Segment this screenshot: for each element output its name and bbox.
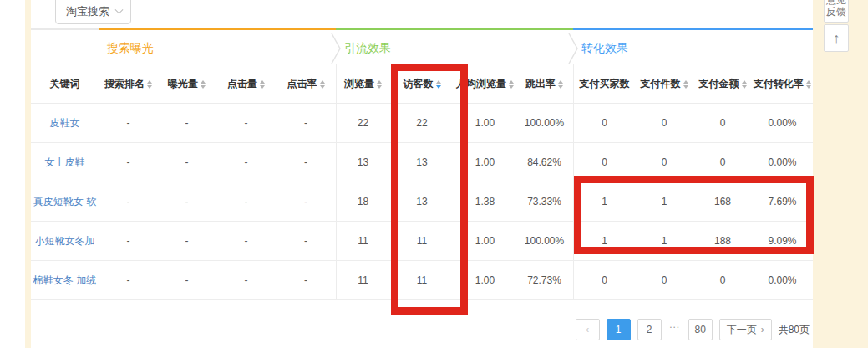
cell: - xyxy=(216,261,276,299)
chevron-right-icon: › xyxy=(761,324,764,335)
cell: - xyxy=(276,104,336,142)
column-header-5[interactable]: 浏览量 xyxy=(336,64,389,103)
cell: 73.33% xyxy=(515,182,573,221)
column-header-label: 关键词 xyxy=(50,77,80,91)
toolbar: 淘宝搜索 xyxy=(31,0,813,28)
chevron-left-icon: ‹ xyxy=(586,324,589,335)
column-group-conversion-effect: 转化效果 xyxy=(573,28,813,64)
pagination: ‹ 12...80 下一页 › 共80页 xyxy=(576,319,810,340)
sort-icon xyxy=(806,80,811,89)
cell: 0 xyxy=(635,261,693,299)
sort-icon xyxy=(260,80,265,89)
next-page-button[interactable]: 下一页 › xyxy=(719,319,772,340)
cell: 72.73% xyxy=(515,261,573,299)
sort-icon xyxy=(320,80,325,89)
column-header-label: 搜索排名 xyxy=(104,77,145,91)
cell: - xyxy=(276,143,336,182)
cell: 0 xyxy=(635,104,693,142)
column-header-label: 支付件数 xyxy=(641,77,681,91)
cell: 0.00% xyxy=(752,261,813,299)
keyword-link[interactable]: 棉鞋女冬 加绒 xyxy=(31,261,99,299)
channel-dropdown-label: 淘宝搜索 xyxy=(66,4,109,19)
cell: - xyxy=(157,182,216,221)
feedback-button-label: 意见反馈 xyxy=(825,0,847,18)
column-header-11[interactable]: 支付金额 xyxy=(693,64,752,103)
column-header-10[interactable]: 支付件数 xyxy=(635,64,693,103)
keyword-link[interactable]: 女士皮鞋 xyxy=(31,143,99,182)
cell: - xyxy=(276,222,336,260)
column-header-label: 浏览量 xyxy=(344,77,374,91)
cell: - xyxy=(216,104,276,142)
page-button-1[interactable]: 1 xyxy=(607,319,631,340)
column-header-8[interactable]: 跳出率 xyxy=(515,64,573,103)
chevron-down-icon xyxy=(115,5,124,13)
cell: 100.00% xyxy=(515,104,573,142)
cell: - xyxy=(216,222,276,260)
keyword-link[interactable]: 小短靴女冬加 xyxy=(31,222,99,260)
annotation-highlight-box-conversion-rows xyxy=(574,176,814,254)
cell: - xyxy=(157,222,216,260)
column-header-label: 点击率 xyxy=(287,77,317,91)
page-gutter-left xyxy=(25,0,31,348)
cell: 22 xyxy=(336,104,389,142)
channel-dropdown[interactable]: 淘宝搜索 xyxy=(55,0,131,24)
column-header-0: 关键词 xyxy=(31,64,99,103)
cell: 18 xyxy=(336,182,389,221)
column-header-3[interactable]: 点击量 xyxy=(216,64,276,103)
cell: 0 xyxy=(573,261,635,299)
column-group-search-exposure: 搜索曝光 xyxy=(99,28,336,64)
column-header-label: 跳出率 xyxy=(525,77,556,91)
next-page-label: 下一页 xyxy=(727,323,757,337)
sort-icon xyxy=(683,80,688,89)
group-separator-icon xyxy=(568,33,578,64)
page-button-80[interactable]: 80 xyxy=(688,319,713,340)
sort-icon xyxy=(147,80,152,89)
total-pages-label: 共80页 xyxy=(779,323,810,337)
column-header-9: 支付买家数 xyxy=(573,64,635,103)
cell: 84.62% xyxy=(515,143,573,182)
column-group-spacer xyxy=(31,28,99,64)
column-group-label: 引流效果 xyxy=(344,41,391,54)
column-header-label: 支付金额 xyxy=(699,77,739,91)
column-header-label: 点击量 xyxy=(227,77,257,91)
sort-icon xyxy=(509,80,514,89)
cell: - xyxy=(99,222,157,260)
page-button-list: 12...80 xyxy=(607,319,713,340)
back-to-top-button[interactable]: ↑ xyxy=(824,24,849,52)
cell: - xyxy=(276,182,336,221)
cell: - xyxy=(99,143,157,182)
column-header-4[interactable]: 点击率 xyxy=(276,64,336,103)
cell: - xyxy=(99,261,157,299)
page-gutter-right xyxy=(813,0,868,348)
keyword-link[interactable]: 真皮短靴女 软 xyxy=(31,182,99,221)
cell: 100.00% xyxy=(515,222,573,260)
column-header-label: 曝光量 xyxy=(168,77,198,91)
column-header-12[interactable]: 支付转化率 xyxy=(752,64,813,103)
page-button-2[interactable]: 2 xyxy=(637,319,662,340)
column-group-label: 搜索曝光 xyxy=(107,41,154,54)
sort-icon xyxy=(558,80,563,89)
column-group-label: 转化效果 xyxy=(581,41,628,54)
cell: - xyxy=(216,182,276,221)
feedback-button[interactable]: 意见反馈 xyxy=(824,0,849,23)
cell: 0 xyxy=(573,104,635,142)
sort-icon xyxy=(377,80,382,89)
keyword-link[interactable]: 皮鞋女 xyxy=(31,104,99,142)
cell: 0 xyxy=(693,261,752,299)
pagination-ellipsis: ... xyxy=(668,319,682,340)
column-header-1[interactable]: 搜索排名 xyxy=(99,64,157,103)
group-separator-icon xyxy=(331,33,341,64)
cell: 11 xyxy=(336,261,389,299)
cell: - xyxy=(276,261,336,299)
column-header-2[interactable]: 曝光量 xyxy=(157,64,216,103)
prev-page-button[interactable]: ‹ xyxy=(576,319,600,340)
column-group-row: 搜索曝光 引流效果 转化效果 xyxy=(31,28,813,64)
cell: 13 xyxy=(336,143,389,182)
arrow-up-icon: ↑ xyxy=(833,31,840,46)
cell: 0 xyxy=(693,104,752,142)
cell: - xyxy=(157,143,216,182)
column-header-label: 支付转化率 xyxy=(754,77,804,91)
cell: - xyxy=(157,261,216,299)
cell: 11 xyxy=(336,222,389,260)
cell: - xyxy=(157,104,216,142)
